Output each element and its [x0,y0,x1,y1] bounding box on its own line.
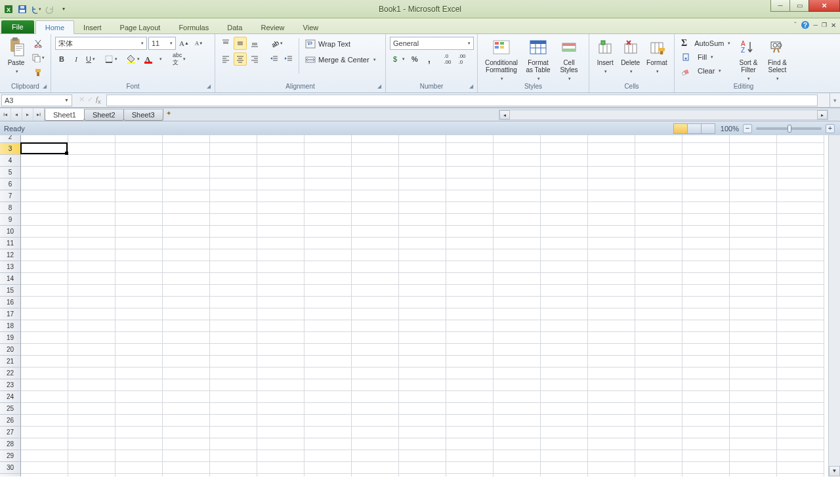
cell[interactable] [588,379,635,391]
cell[interactable] [588,178,635,190]
font-name-combo[interactable]: 宋体▾ [55,37,147,50]
format-cells-button[interactable]: Format▾ [644,35,670,75]
cell[interactable] [399,391,446,403]
cell[interactable] [116,438,163,450]
cell[interactable] [494,285,541,297]
cell[interactable] [163,427,210,438]
cell[interactable] [116,450,163,462]
cell[interactable] [682,462,730,474]
cell[interactable] [399,297,446,308]
phonetic-button[interactable]: abc文▾ [171,52,188,66]
cell[interactable] [163,320,210,332]
cell[interactable] [210,462,257,474]
align-center-icon[interactable] [234,52,247,66]
align-right-icon[interactable] [248,52,261,66]
cell[interactable] [68,308,116,320]
cell[interactable] [541,178,588,190]
increase-decimal-icon[interactable]: .0.00 [441,52,454,66]
cell[interactable] [304,178,352,190]
cell[interactable] [777,332,824,344]
cell[interactable] [494,297,541,308]
minimize-button[interactable]: ─ [770,0,790,12]
cell[interactable] [68,320,116,332]
cell[interactable] [541,261,588,273]
cell[interactable] [682,178,730,190]
cell[interactable] [352,214,399,226]
italic-button[interactable]: I [70,52,83,66]
cell[interactable] [304,143,352,155]
cell[interactable] [682,202,730,214]
cell[interactable] [304,403,352,415]
cell[interactable] [399,143,446,155]
cell[interactable] [588,214,635,226]
cell[interactable] [541,368,588,379]
cell[interactable] [257,202,304,214]
cell[interactable] [68,155,116,167]
fx-icon[interactable]: fx [96,95,101,105]
cell[interactable] [635,226,682,238]
cell[interactable] [777,190,824,202]
cell[interactable] [21,297,68,308]
format-painter-button[interactable] [30,66,47,79]
cell[interactable] [494,403,541,415]
cell[interactable] [588,403,635,415]
wrap-text-button[interactable]: Wrap Text [303,37,379,51]
cell[interactable] [494,249,541,261]
cell[interactable] [304,202,352,214]
cell[interactable] [635,155,682,167]
cell[interactable] [257,403,304,415]
cell[interactable] [635,474,682,476]
cell[interactable] [352,155,399,167]
cell[interactable] [257,285,304,297]
cell[interactable] [446,273,494,285]
cell[interactable] [777,249,824,261]
tab-data[interactable]: Data [218,21,251,33]
cell[interactable] [777,202,824,214]
cell[interactable] [541,214,588,226]
row-header-9[interactable]: 9 [0,214,21,226]
cell[interactable] [210,427,257,438]
align-middle-icon[interactable] [234,37,247,50]
cell[interactable] [210,403,257,415]
copy-button[interactable]: ▾ [30,51,47,64]
cell[interactable] [399,427,446,438]
merge-center-button[interactable]: Merge & Center▾ [303,52,379,67]
cell[interactable] [304,167,352,178]
accounting-format-icon[interactable]: $▾ [390,52,407,66]
row-header-24[interactable]: 24 [0,391,21,403]
cell[interactable] [588,249,635,261]
cell[interactable] [446,308,494,320]
cell[interactable] [210,332,257,344]
cell[interactable] [210,249,257,261]
cell[interactable] [163,391,210,403]
cell[interactable] [21,427,68,438]
cell[interactable] [163,462,210,474]
cell[interactable] [163,249,210,261]
underline-button[interactable]: U▾ [84,52,97,66]
cell[interactable] [730,202,777,214]
cell[interactable] [777,427,824,438]
cell[interactable] [777,415,824,427]
undo-icon[interactable]: ▾ [30,3,42,15]
cell[interactable] [682,214,730,226]
cell[interactable] [777,167,824,178]
cell[interactable] [777,261,824,273]
cell[interactable] [635,415,682,427]
cell[interactable] [304,238,352,249]
cell[interactable] [682,344,730,356]
cell[interactable] [730,190,777,202]
cell[interactable] [494,261,541,273]
cell[interactable] [541,344,588,356]
cell[interactable] [777,155,824,167]
cell[interactable] [730,238,777,249]
cell[interactable] [446,238,494,249]
cell[interactable] [494,273,541,285]
cell[interactable] [588,285,635,297]
cell[interactable] [635,320,682,332]
cell[interactable] [777,238,824,249]
cell[interactable] [635,332,682,344]
cell[interactable] [352,403,399,415]
row-header-20[interactable]: 20 [0,344,21,356]
cell[interactable] [635,143,682,155]
cell[interactable] [541,155,588,167]
